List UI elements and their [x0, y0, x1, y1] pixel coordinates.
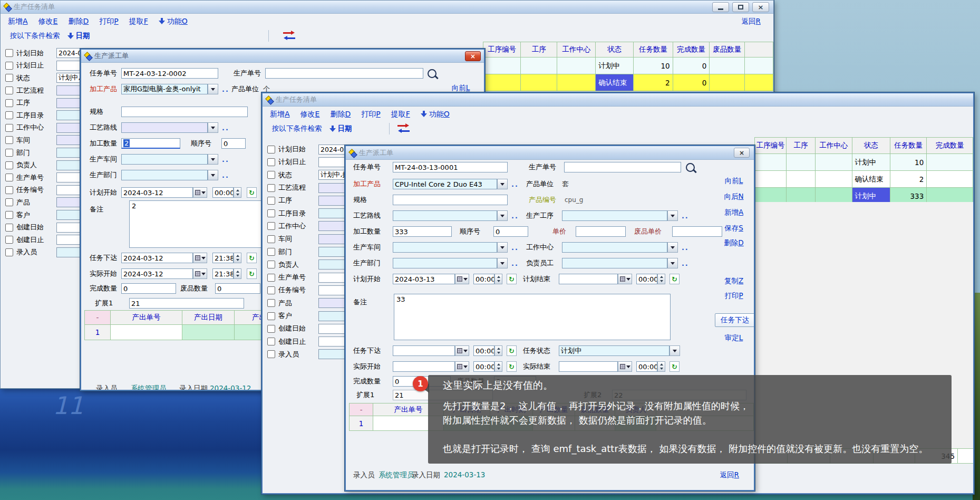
cell[interactable]: [710, 74, 745, 91]
table-row[interactable]: 计划中10: [755, 154, 973, 171]
qty-input[interactable]: 2: [121, 138, 180, 149]
next-record-button[interactable]: 向后N: [714, 192, 754, 201]
time-spinner[interactable]: [234, 253, 241, 263]
checkbox[interactable]: [267, 235, 275, 243]
search-condition-button[interactable]: 按以下条件检索: [10, 31, 60, 41]
checkbox[interactable]: [5, 111, 13, 119]
cell[interactable]: [483, 74, 521, 91]
table-row[interactable]: 计划中100: [483, 57, 773, 74]
menu-item-0[interactable]: 新增A: [8, 17, 28, 26]
checkbox[interactable]: [267, 146, 275, 153]
calendar-icon[interactable]: [618, 361, 632, 372]
checkbox[interactable]: [267, 209, 275, 217]
plan-start-date-input[interactable]: 2024-03-12: [121, 187, 193, 198]
issue-time-input[interactable]: 21:38: [212, 253, 234, 263]
wc-select[interactable]: [562, 242, 667, 253]
lookup-dots-button[interactable]: ..: [511, 259, 519, 267]
calendar-icon[interactable]: [455, 345, 469, 356]
cell[interactable]: [755, 171, 787, 188]
cell[interactable]: [786, 154, 815, 171]
checkbox[interactable]: [5, 124, 13, 132]
chevron-down-icon[interactable]: [497, 242, 508, 253]
seq-input[interactable]: 0: [493, 226, 528, 237]
menu-item-2[interactable]: 删除D: [68, 17, 89, 26]
search-condition-button[interactable]: 按以下条件检索: [272, 124, 322, 133]
prev-record-button[interactable]: 向前L: [714, 176, 754, 186]
qty-input[interactable]: 333: [393, 226, 452, 237]
checkbox[interactable]: [267, 171, 275, 179]
issue-date-input[interactable]: [393, 345, 455, 356]
titlebar[interactable]: 生产任务清单: [263, 93, 973, 107]
lookup-dots-button[interactable]: ..: [511, 244, 519, 252]
act-start-date-input[interactable]: 2024-03-12: [121, 268, 193, 279]
cell[interactable]: [521, 74, 557, 91]
act-end-time-input[interactable]: 00:00: [636, 361, 657, 372]
cell[interactable]: 确认结束: [852, 171, 890, 188]
chevron-down-icon[interactable]: [208, 122, 218, 133]
cell[interactable]: [816, 154, 852, 171]
menu-item-2[interactable]: 删除D: [330, 110, 351, 119]
save-button[interactable]: 保存S: [714, 224, 754, 233]
cell[interactable]: [927, 171, 973, 188]
chevron-down-icon[interactable]: [667, 210, 678, 221]
minimize-button[interactable]: [712, 2, 729, 12]
refresh-icon[interactable]: ↻: [507, 345, 517, 356]
refresh-icon[interactable]: ↻: [669, 361, 680, 372]
calendar-icon[interactable]: [193, 268, 207, 279]
checkbox[interactable]: [5, 224, 13, 232]
cell[interactable]: 2: [634, 74, 673, 91]
chevron-down-icon[interactable]: [497, 210, 508, 221]
menu-item-3[interactable]: 打印P: [361, 110, 380, 119]
checkbox[interactable]: [5, 161, 13, 169]
checkbox[interactable]: [5, 186, 13, 194]
refresh-icon[interactable]: ↻: [247, 187, 257, 198]
time-spinner[interactable]: [494, 274, 502, 284]
chevron-down-icon[interactable]: [208, 170, 218, 180]
cell[interactable]: [710, 57, 745, 74]
copy-button[interactable]: 复制Z: [714, 276, 754, 286]
checkbox[interactable]: [267, 184, 275, 192]
cell[interactable]: 2: [890, 171, 927, 188]
date-filter-button[interactable]: 日期: [338, 124, 352, 133]
checkbox[interactable]: [267, 338, 275, 345]
workshop-select[interactable]: [121, 154, 208, 165]
task-no-input[interactable]: MT-24-03-13-0001: [393, 162, 508, 172]
titlebar[interactable]: 生产派工单 ×: [346, 146, 754, 160]
close-icon[interactable]: ×: [734, 148, 750, 158]
checkbox[interactable]: [5, 236, 13, 244]
titlebar[interactable]: 生产派工单 ×: [81, 50, 484, 63]
swap-arrows-icon[interactable]: [397, 124, 410, 132]
menu-item-0[interactable]: 新增A: [270, 110, 290, 119]
menu-item-4[interactable]: 提取F: [129, 17, 148, 26]
cell[interactable]: 0: [673, 74, 710, 91]
product-select[interactable]: CPU-Intel Core 2 Duo E43: [393, 179, 497, 189]
plan-start-time-input[interactable]: 00:00: [212, 187, 234, 198]
checkbox[interactable]: [267, 222, 275, 230]
route-select[interactable]: [393, 210, 497, 221]
calendar-icon[interactable]: [455, 274, 469, 284]
dept-select[interactable]: [121, 170, 208, 180]
search-icon[interactable]: [686, 163, 695, 172]
chevron-down-icon[interactable]: [208, 154, 218, 165]
calendar-icon[interactable]: [193, 187, 207, 198]
time-spinner[interactable]: [494, 361, 502, 372]
checkbox[interactable]: [5, 49, 13, 57]
cell[interactable]: [557, 74, 596, 91]
chevron-down-icon[interactable]: [667, 242, 678, 253]
lookup-dots-button[interactable]: ..: [682, 244, 689, 252]
chevron-down-icon[interactable]: [497, 258, 508, 268]
checkbox[interactable]: [5, 74, 13, 82]
note-textarea[interactable]: 2: [129, 200, 263, 248]
chevron-down-icon[interactable]: [497, 179, 508, 189]
checkbox[interactable]: [267, 286, 275, 294]
cell[interactable]: [557, 57, 596, 74]
calendar-icon[interactable]: [455, 361, 469, 372]
checkbox[interactable]: [267, 197, 275, 205]
cell[interactable]: 1: [350, 416, 373, 431]
refresh-icon[interactable]: ↻: [507, 361, 517, 372]
menu-item-1[interactable]: 修改E: [38, 17, 58, 26]
checkbox[interactable]: [267, 325, 275, 333]
cell[interactable]: 1: [85, 325, 111, 340]
close-icon[interactable]: ×: [465, 51, 481, 61]
print-button[interactable]: 打印P: [714, 291, 754, 301]
